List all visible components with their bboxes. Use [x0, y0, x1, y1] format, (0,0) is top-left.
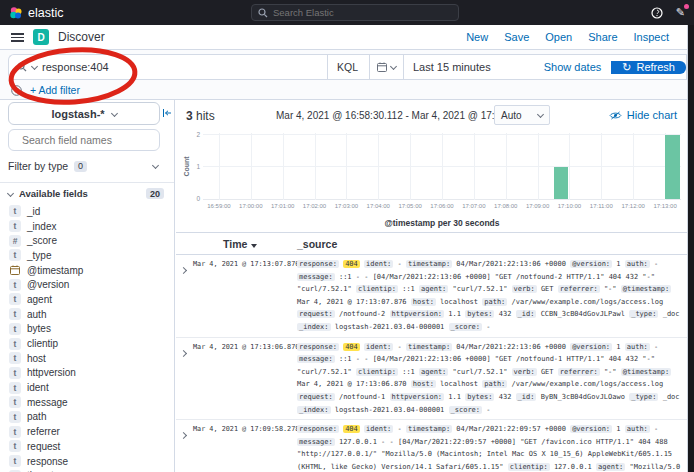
field-name: _score	[27, 235, 57, 246]
calendar-button[interactable]	[370, 55, 404, 79]
field-key-chip: agent:	[596, 463, 625, 471]
available-fields-label: Available fields	[19, 188, 88, 199]
grid-line	[283, 133, 284, 200]
available-fields-header[interactable]: Available fields 20	[8, 188, 168, 199]
field-item-agent[interactable]: tagent	[0, 292, 175, 307]
field-key-chip: bytes:	[465, 393, 494, 401]
nav-action-open[interactable]: Open	[545, 31, 572, 43]
field-item-request[interactable]: trequest	[0, 439, 175, 454]
field-key-chip: ident:	[364, 343, 393, 351]
chevron-down-icon[interactable]	[31, 63, 38, 70]
field-item-bytes[interactable]: tbytes	[0, 322, 175, 337]
field-name: response	[27, 456, 68, 467]
nav-action-save[interactable]: Save	[504, 31, 529, 43]
query-field[interactable]	[42, 61, 322, 73]
field-key-chip: _id:	[516, 310, 537, 318]
grid-line	[219, 133, 220, 200]
field-search-field[interactable]	[22, 134, 157, 146]
nav-action-inspect[interactable]: Inspect	[634, 31, 669, 43]
field-item-httpversion[interactable]: thttpversion	[0, 366, 175, 381]
field-key-chip: agent:	[419, 368, 448, 376]
time-column-header[interactable]: Time	[193, 238, 297, 250]
field-item-response[interactable]: tresponse	[0, 454, 175, 469]
nav-action-share[interactable]: Share	[588, 31, 617, 43]
table-rows: Mar 4, 2021 @ 17:13:07.876response: 404 …	[176, 255, 687, 472]
field-item-path[interactable]: tpath	[0, 410, 175, 425]
table-row: Mar 4, 2021 @ 17:13:07.876response: 404 …	[176, 255, 687, 338]
time-range-button[interactable]: Last 15 minutes	[404, 61, 500, 73]
help-icon[interactable]	[651, 7, 663, 19]
expand-doc-button[interactable]	[176, 423, 193, 472]
field-type-icon: t	[9, 411, 21, 423]
field-item-_score[interactable]: #_score	[0, 233, 175, 248]
field-item-@timestamp[interactable]: @timestamp	[0, 263, 175, 278]
time-range-display: Mar 4, 2021 @ 16:58:30.112 - Mar 4, 2021…	[276, 110, 516, 121]
filter-by-type-toggle[interactable]: Filter by type 0	[8, 156, 160, 176]
field-item-auth[interactable]: tauth	[0, 307, 175, 322]
field-key-chip: response:	[297, 425, 339, 433]
table-row: Mar 4, 2021 @ 17:09:58.278response: 404 …	[176, 420, 687, 472]
x-axis-tick-label: 17:04:00	[367, 203, 390, 209]
filter-icon[interactable]	[11, 85, 22, 96]
collapse-sidebar-icon[interactable]	[162, 104, 172, 122]
field-name: host	[27, 353, 46, 364]
histogram-bar[interactable]	[665, 135, 680, 199]
global-search-field[interactable]	[273, 7, 452, 18]
doc-timestamp: Mar 4, 2021 @ 17:13:06.870	[193, 341, 297, 417]
field-key-chip: clientip:	[356, 285, 398, 293]
global-search-input[interactable]	[251, 4, 459, 21]
field-key-chip: @timestamp:	[621, 368, 671, 376]
field-key-chip: response:	[297, 260, 339, 268]
doc-source: response: 404 ident: - timestamp: 04/Mar…	[297, 341, 687, 417]
show-dates-button[interactable]: Show dates	[544, 61, 601, 73]
field-key-chip: auth:	[625, 260, 650, 268]
field-item-host[interactable]: thost	[0, 351, 175, 366]
field-key-chip: httpversion:	[390, 310, 445, 318]
field-name: message	[27, 397, 68, 408]
field-key-chip: @version:	[570, 260, 612, 268]
field-item-ident[interactable]: tident	[0, 380, 175, 395]
elastic-brand[interactable]: elastic	[9, 6, 63, 20]
x-axis-tick-label: 17:07:00	[462, 203, 485, 209]
chevron-down-icon	[537, 111, 544, 118]
field-name: agent	[27, 294, 52, 305]
field-name: bytes	[27, 323, 51, 334]
add-filter-button[interactable]: + Add filter	[30, 84, 80, 96]
grid-line	[569, 133, 570, 200]
hide-chart-button[interactable]: Hide chart	[609, 109, 677, 121]
refresh-button[interactable]: ↻ Refresh	[611, 61, 686, 74]
expand-doc-button[interactable]	[176, 341, 193, 417]
x-axis-tick-label: 17:09:00	[526, 203, 549, 209]
chevron-down-icon	[111, 109, 118, 116]
field-item-message[interactable]: tmessage	[0, 395, 175, 410]
x-axis-tick-label: 17:06:00	[430, 203, 453, 209]
field-item-@version[interactable]: t@version	[0, 277, 175, 292]
field-key-chip: timestamp:	[406, 425, 452, 433]
field-item-_id[interactable]: t_id	[0, 204, 175, 219]
field-item-_type[interactable]: t_type	[0, 248, 175, 263]
nav-action-new[interactable]: New	[466, 31, 488, 43]
query-language-button[interactable]: KQL	[327, 55, 361, 79]
field-key-chip: _score:	[449, 323, 483, 331]
chevron-right-icon	[180, 350, 187, 357]
histogram-bar[interactable]	[554, 167, 569, 199]
field-item-referrer[interactable]: treferrer	[0, 424, 175, 439]
elastic-logo-icon	[9, 6, 23, 20]
menu-icon[interactable]	[11, 33, 24, 42]
field-item-clientip[interactable]: tclientip	[0, 336, 175, 351]
histogram-chart: Count 012 16:59:0017:00:0017:01:0017:02:…	[176, 133, 687, 232]
field-item-_index[interactable]: t_index	[0, 219, 175, 234]
interval-select[interactable]: Auto	[494, 105, 550, 125]
nav-actions: NewSaveOpenShareInspect	[466, 31, 683, 43]
expand-doc-button[interactable]	[176, 258, 193, 334]
index-pattern-select[interactable]: logstash-*	[8, 102, 160, 125]
field-search-input[interactable]	[8, 129, 160, 151]
highlighted-value: 404	[343, 343, 360, 351]
discover-app-badge[interactable]: D	[33, 29, 49, 45]
query-input[interactable]: KQL	[8, 54, 369, 80]
field-item-timestamp[interactable]: ttimestamp	[0, 468, 175, 472]
field-name: @timestamp	[27, 265, 83, 276]
y-axis-tick-label: 1	[186, 163, 200, 170]
user-avatar[interactable]: ✎	[676, 7, 685, 18]
field-name: _id	[27, 206, 40, 217]
